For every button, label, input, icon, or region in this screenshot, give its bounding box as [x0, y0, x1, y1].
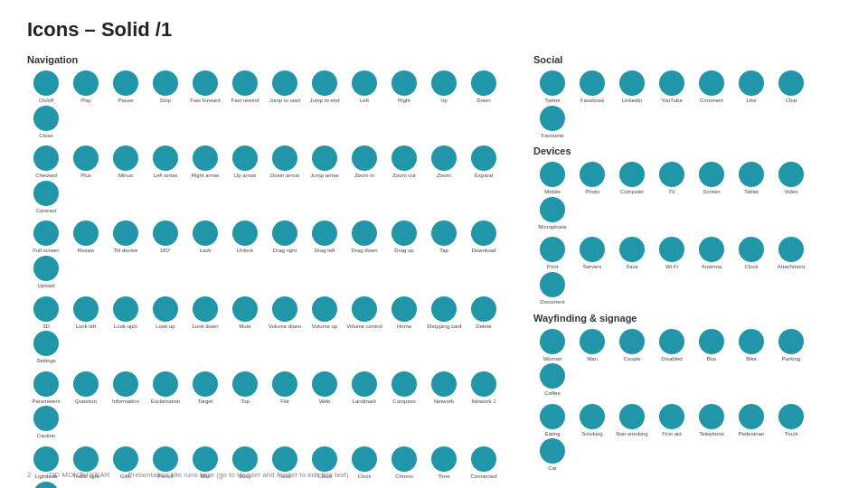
icon-item: Shopping card: [425, 296, 463, 330]
icon-item: Volume up: [306, 296, 344, 330]
icon-circle: [580, 404, 605, 429]
icon-item: Exclamation: [146, 371, 184, 405]
icon-item: Compass: [385, 371, 423, 405]
icon-circle: [778, 162, 804, 187]
icon-item: Pause: [107, 70, 145, 104]
icon-item: LinkedIn: [613, 70, 651, 104]
social-row-1: Twitter Facebook LinkedIn YouTube Commen…: [533, 70, 841, 138]
icon-item: Lock: [186, 221, 224, 254]
icon-circle: [540, 438, 565, 464]
icon-item: 3D: [27, 296, 65, 330]
icon-circle: [619, 404, 645, 429]
icon-circle: [540, 237, 565, 262]
icon-circle: [431, 221, 457, 246]
icon-circle: [33, 406, 59, 431]
wayfinding-title: Wayfinding & signage: [533, 313, 841, 324]
icon-circle: [352, 221, 377, 246]
icon-circle: [113, 70, 138, 96]
icon-item: Flash: [27, 482, 65, 488]
icon-item: Unlock: [226, 221, 264, 254]
icon-item: Home: [385, 296, 423, 330]
icon-item: 180°: [146, 221, 184, 254]
social-title: Social: [533, 54, 841, 65]
icon-circle: [471, 296, 496, 322]
icon-circle: [778, 329, 804, 354]
icon-circle: [33, 331, 59, 356]
icon-item: Look down: [186, 296, 224, 330]
icon-circle: [113, 221, 138, 246]
icon-item: Network 1: [465, 371, 503, 405]
icon-circle: [659, 162, 684, 187]
icon-item: YouTube: [653, 70, 691, 104]
icon-circle: [778, 70, 804, 96]
nav-row-6: Lightbulb Traffic light Gifts Pencil Mai…: [27, 446, 524, 488]
icon-item: Couple: [613, 329, 651, 362]
icon-circle: [540, 162, 565, 187]
nav-row-5: Parameters Question Information Exclamat…: [27, 371, 524, 439]
icon-item: Information: [107, 371, 145, 405]
icon-circle: [619, 237, 645, 262]
icon-item: Screen: [693, 162, 731, 195]
icon-item: Video: [772, 162, 810, 195]
icon-circle: [33, 482, 59, 488]
icon-item: Non-smoking: [613, 404, 651, 437]
icon-item: Play: [67, 70, 105, 104]
icon-circle: [272, 70, 297, 96]
nav-row-4: 3D Look left Look up/c Look up Look down…: [27, 296, 524, 364]
icon-circle: [471, 221, 496, 246]
icon-item: Network: [425, 371, 463, 405]
icon-circle: [153, 446, 178, 472]
icon-circle: [431, 70, 457, 96]
footer: 2 DD MONTH YEAR Presentation title runs …: [27, 471, 349, 479]
icon-circle: [193, 446, 218, 472]
icon-item: Drag up: [385, 221, 423, 254]
icon-item: Caution: [27, 406, 65, 439]
icon-item: Clock: [345, 446, 383, 480]
icon-item: Document: [533, 272, 571, 305]
devices-title: Devices: [533, 145, 841, 156]
nav-row-1: On/off Play Pause Stop Fast forward Fast…: [27, 70, 524, 138]
icon-item: Delete: [465, 296, 503, 330]
icon-circle: [312, 446, 337, 472]
icon-circle: [153, 371, 178, 397]
icon-circle: [619, 329, 645, 354]
icon-circle: [232, 371, 258, 397]
icon-item: Tap: [425, 221, 463, 254]
icon-item: Smoking: [573, 404, 611, 437]
icon-item: Question: [67, 371, 105, 405]
icon-item: Look up: [146, 296, 184, 330]
icon-item: Wi-Fi: [653, 237, 691, 270]
icon-item: Plus: [67, 145, 105, 179]
icon-circle: [73, 446, 99, 472]
icon-circle: [540, 329, 565, 354]
icon-circle: [33, 221, 59, 246]
icon-item: Tilt device: [107, 221, 145, 254]
icon-circle: [33, 181, 59, 206]
icon-circle: [272, 221, 297, 246]
page-number: 2: [27, 471, 31, 479]
icon-circle: [431, 296, 457, 322]
icon-item: Eating: [533, 404, 571, 437]
footer-subtitle: Presentation title runs here (go to Head…: [127, 471, 348, 479]
icon-circle: [392, 221, 417, 246]
icon-circle: [431, 446, 457, 472]
icon-circle: [739, 162, 764, 187]
icon-circle: [312, 296, 337, 322]
icon-circle: [739, 404, 764, 429]
icon-circle: [153, 70, 178, 96]
icon-circle: [312, 371, 337, 397]
icon-circle: [580, 162, 605, 187]
icon-circle: [33, 256, 59, 281]
icon-item: Car: [533, 438, 571, 472]
icon-item: Look up/c: [107, 296, 145, 330]
icon-circle: [153, 145, 178, 171]
icon-item: Full screen: [27, 221, 65, 254]
icon-circle: [699, 329, 724, 354]
icon-circle: [33, 145, 59, 171]
icon-item: On/off: [27, 70, 65, 104]
icon-circle: [739, 329, 764, 354]
icon-item: Attachment: [772, 237, 810, 270]
icon-item: Web: [306, 371, 344, 405]
icon-item: Man: [573, 329, 611, 362]
icon-item: Microphone: [533, 197, 571, 230]
